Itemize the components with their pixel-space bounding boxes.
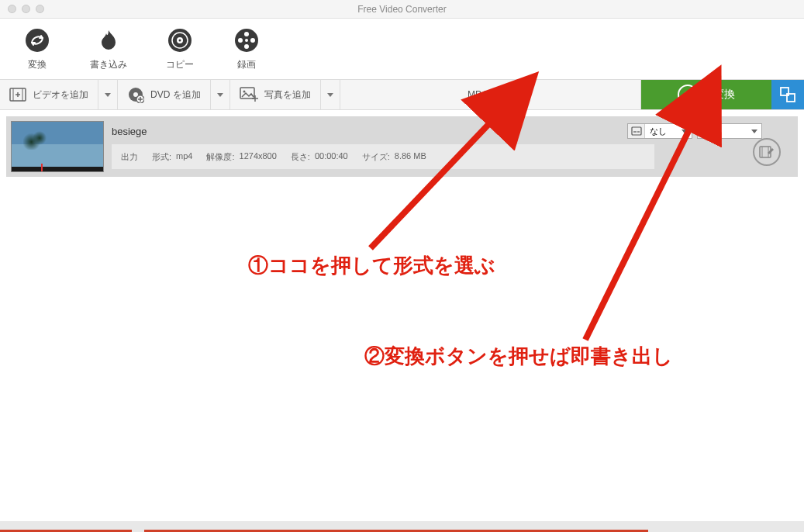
svg-point-10 [245,39,248,42]
svg-point-0 [26,29,49,52]
convert-button-label: 変換 [713,88,735,102]
add-dvd-button[interactable]: DVD を追加 [118,80,211,109]
length-label: 長さ: [291,151,310,163]
merge-button[interactable] [771,80,804,109]
size-value: 8.86 MB [395,151,426,163]
svg-rect-27 [632,127,641,135]
chevron-down-icon [327,93,333,97]
video-thumbnail[interactable] [11,121,104,172]
toolbar: ビデオを追加 DVD を追加 写真を追加 MP4 Video 変換 [0,79,804,110]
content-area: besiege なし [0,110,804,183]
tab-record-label: 録画 [237,58,256,71]
svg-point-9 [238,38,243,43]
image-add-icon [240,87,258,102]
add-dvd-dropdown[interactable] [211,80,230,109]
chevron-down-icon [105,93,111,97]
format-value: mp4 [176,151,192,163]
svg-point-7 [250,38,255,43]
flame-icon [95,26,122,54]
add-video-label: ビデオを追加 [33,88,88,102]
video-item-body: besiege なし [112,121,793,172]
tab-convert[interactable]: 変換 [23,26,51,71]
film-add-icon [9,86,26,103]
format-selector-label: MP4 Video [468,89,512,100]
film-edit-icon [758,143,775,161]
add-video-dropdown[interactable] [98,80,118,109]
output-label: 出力 [121,151,138,163]
close-window-button[interactable] [8,5,16,13]
minimize-window-button[interactable] [22,5,30,13]
svg-point-8 [244,44,249,49]
audio-select[interactable] [697,123,762,139]
add-photo-label: 写真を追加 [264,88,311,102]
titlebar: Free Video Converter [0,0,804,19]
annotation-text-1: ①ココを押して形式を選ぶ [248,252,495,279]
disc-add-icon [127,86,144,103]
tab-record[interactable]: 録画 [233,26,261,71]
video-item-name: besiege [112,126,147,137]
svg-point-4 [179,40,181,42]
convert-button[interactable]: 変換 [641,80,771,109]
merge-icon [779,86,796,103]
add-dvd-label: DVD を追加 [150,88,201,102]
svg-point-22 [243,91,245,93]
disc-icon [166,26,194,54]
tab-copy-label: コピー [166,58,194,71]
add-photo-dropdown[interactable] [321,80,340,109]
music-note-icon [698,124,715,138]
resolution-value: 1274x800 [240,151,277,163]
format-label: 形式: [152,151,171,163]
chevron-down-icon [217,93,223,97]
tab-convert-label: 変換 [28,58,47,71]
tab-copy[interactable]: コピー [166,26,194,71]
thumbnail-playhead [41,164,43,171]
subtitle-select[interactable]: なし [627,123,692,139]
svg-point-6 [244,32,249,36]
video-item-row[interactable]: besiege なし [6,116,798,177]
resolution-label: 解像度: [206,151,234,163]
size-label: サイズ: [362,151,390,163]
main-tabs: 変換 書き込み コピー 録画 [0,19,804,79]
zoom-window-button[interactable] [36,5,44,13]
traffic-lights [0,5,44,13]
edit-video-button[interactable] [753,138,781,166]
length-value: 00:00:40 [315,151,348,163]
add-photo-button[interactable]: 写真を追加 [230,80,321,109]
window-title: Free Video Converter [357,4,447,15]
bottom-bar [0,521,804,532]
annotation-text-2: ②変換ボタンを押せば即書き出し [364,343,673,370]
format-selector[interactable]: MP4 Video [340,80,641,109]
thumbnail-timeline [12,167,103,171]
film-reel-icon [233,26,261,54]
refresh-icon [678,85,698,105]
video-item-info: 出力 形式:mp4 解像度:1274x800 長さ:00:00:40 サイズ:8… [112,144,654,169]
subtitle-select-value: なし [645,126,692,137]
tab-burn-label: 書き込み [90,58,127,71]
subtitle-icon [628,124,645,138]
convert-icon [23,26,51,54]
tab-burn[interactable]: 書き込み [90,26,127,71]
add-video-button[interactable]: ビデオを追加 [0,80,98,109]
